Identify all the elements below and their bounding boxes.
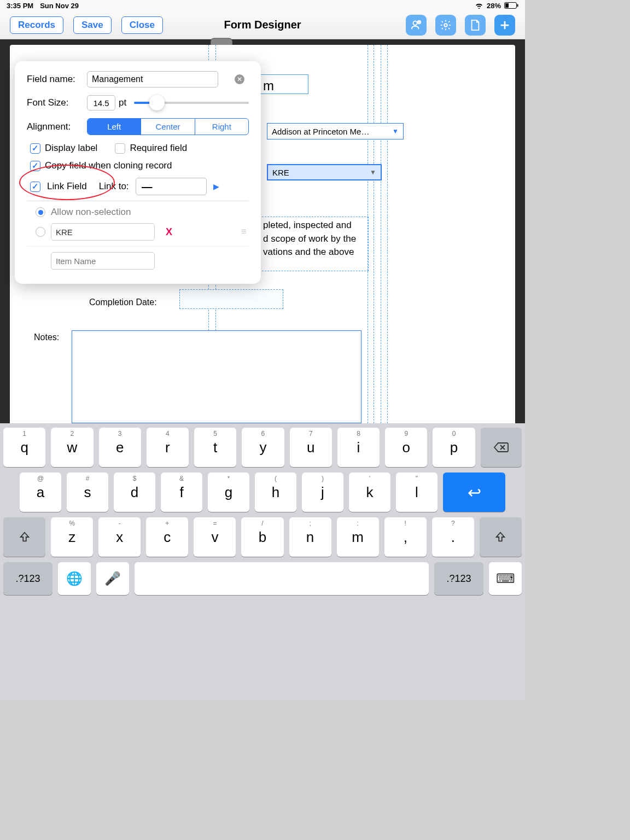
key-t[interactable]: 5t (194, 428, 236, 467)
font-size-label: Font Size: (27, 97, 87, 108)
align-right[interactable]: Right (195, 119, 248, 135)
pt-label: pt (119, 97, 126, 108)
key-y[interactable]: 6y (242, 428, 284, 467)
dropdown-value: KRE (272, 168, 289, 177)
key-a[interactable]: @a (20, 472, 61, 512)
svg-rect-1 (505, 3, 509, 8)
key-f[interactable]: &f (161, 472, 202, 512)
property-dropdown[interactable]: Addison at Princeton Me… ▼ (267, 123, 404, 139)
page-icon[interactable] (465, 15, 486, 36)
key-b[interactable]: /b (241, 517, 283, 557)
wifi-icon (475, 2, 483, 9)
required-text: Required field (130, 143, 187, 154)
key-symbols[interactable]: .?123 (3, 562, 52, 595)
mic-icon[interactable]: 🎤 (96, 562, 129, 595)
key-r[interactable]: 4r (147, 428, 189, 467)
key-o[interactable]: 9o (385, 428, 427, 467)
notes-field[interactable] (72, 330, 361, 423)
battery-pct: 28% (487, 2, 501, 10)
guide (374, 45, 374, 423)
svg-point-3 (413, 21, 417, 25)
battery-icon (504, 2, 518, 9)
key-m[interactable]: :m (337, 517, 379, 557)
status-time: 3:35 PM (7, 2, 33, 10)
key-c[interactable]: +c (146, 517, 188, 557)
save-button[interactable]: Save (73, 16, 112, 34)
enter-key[interactable]: ↩ (443, 472, 505, 512)
key-u[interactable]: 7u (290, 428, 332, 467)
key-s[interactable]: #s (67, 472, 108, 512)
key-k[interactable]: 'k (349, 472, 390, 512)
key-symbols[interactable]: .?123 (434, 562, 483, 595)
management-dropdown[interactable]: KRE ▼ (267, 164, 382, 180)
key-i[interactable]: 8i (337, 428, 380, 467)
key-space[interactable] (135, 562, 429, 595)
key-.[interactable]: ?. (432, 517, 474, 557)
key-w[interactable]: 2w (51, 428, 93, 467)
font-size-slider[interactable] (134, 102, 249, 104)
chevron-down-icon: ▼ (392, 127, 399, 135)
alignment-segment: Left Center Right (87, 118, 249, 135)
add-button[interactable] (494, 15, 515, 36)
field-name-input[interactable] (87, 71, 218, 88)
key-,[interactable]: !, (384, 517, 427, 557)
status-date: Sun Nov 29 (40, 2, 79, 10)
key-z[interactable]: %z (51, 517, 93, 557)
key-l[interactable]: "l (396, 472, 438, 512)
allow-nonselection-radio[interactable] (36, 207, 45, 217)
close-button[interactable]: Close (121, 16, 163, 34)
display-label-checkbox[interactable]: ✓ (30, 143, 40, 154)
link-field-text: Link Field (47, 181, 87, 192)
status-bar: 3:35 PM Sun Nov 29 28% (0, 0, 525, 11)
arrow-right-icon[interactable]: ▶ (213, 182, 219, 191)
toolbar: Records Save Close Form Designer (0, 11, 525, 39)
key-j[interactable]: )j (302, 472, 343, 512)
alignment-label: Alignment: (27, 121, 87, 132)
records-button[interactable]: Records (10, 16, 63, 34)
key-n[interactable]: ;n (289, 517, 331, 557)
shift-key[interactable] (3, 517, 45, 557)
chevron-down-icon: ▼ (370, 168, 376, 176)
guide (387, 45, 388, 423)
gear-icon[interactable] (435, 15, 456, 36)
drag-handle-icon[interactable]: ≡ (241, 226, 246, 237)
completion-date-label: Completion Date: (89, 298, 157, 307)
svg-point-5 (444, 24, 447, 27)
key-x[interactable]: -x (98, 517, 141, 557)
allow-nonselection-text: Allow non-selection (51, 207, 131, 218)
globe-icon[interactable]: 🌐 (58, 562, 91, 595)
link-field-checkbox[interactable]: ✓ (30, 182, 40, 192)
key-d[interactable]: $d (114, 472, 155, 512)
field-name-label: Field name: (27, 74, 87, 85)
key-e[interactable]: 3e (99, 428, 141, 467)
font-size-input[interactable] (87, 95, 115, 110)
align-center[interactable]: Center (141, 119, 194, 135)
link-to-input[interactable] (136, 178, 207, 195)
link-to-label: Link to: (99, 181, 129, 192)
key-q[interactable]: 1q (3, 428, 45, 467)
item-input-new[interactable] (51, 252, 155, 270)
svg-rect-2 (517, 4, 518, 7)
key-g[interactable]: *g (208, 472, 249, 512)
completion-date-field[interactable] (179, 289, 283, 309)
delete-item-icon[interactable]: X (166, 226, 172, 238)
dismiss-keyboard-icon[interactable]: ⌨ (489, 562, 522, 595)
required-checkbox[interactable]: ✓ (115, 143, 125, 154)
align-left[interactable]: Left (88, 119, 141, 135)
key-v[interactable]: =v (194, 517, 236, 557)
keyboard: 1q2w3e4r5t6y7u8i9o0p @a#s$d&f*g(h)j'k"l↩… (0, 423, 525, 700)
item-radio[interactable] (36, 227, 45, 237)
key-h[interactable]: (h (255, 472, 296, 512)
form-title-fragment[interactable]: m (259, 74, 308, 94)
backspace-icon[interactable] (481, 428, 522, 467)
display-label-text: Display label (45, 143, 97, 154)
key-p[interactable]: 0p (433, 428, 475, 467)
body-text[interactable]: pleted, inspected and d scope of work by… (259, 217, 369, 271)
copy-clone-checkbox[interactable]: ✓ (30, 161, 40, 171)
dropdown-value: Addison at Princeton Me… (272, 127, 369, 136)
item-input-0[interactable] (51, 223, 155, 241)
add-user-icon[interactable] (406, 15, 427, 36)
notes-label: Notes: (34, 332, 59, 342)
shift-key[interactable] (480, 517, 522, 557)
clear-icon[interactable]: ✕ (235, 74, 244, 84)
